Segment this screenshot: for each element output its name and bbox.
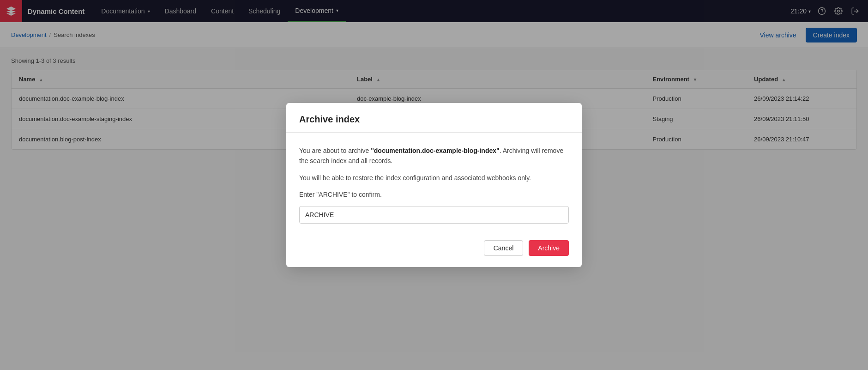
- modal-confirm-label: Enter "ARCHIVE" to confirm.: [299, 189, 569, 200]
- modal-header: Archive index: [286, 103, 582, 133]
- modal-footer: Cancel Archive: [286, 231, 582, 267]
- archive-modal: Archive index You are about to archive "…: [286, 103, 582, 267]
- archive-confirm-input[interactable]: [299, 206, 569, 224]
- modal-overlay[interactable]: Archive index You are about to archive "…: [0, 0, 868, 370]
- cancel-button[interactable]: Cancel: [484, 240, 524, 256]
- modal-description: You are about to archive "documentation.…: [299, 146, 569, 166]
- modal-body: You are about to archive "documentation.…: [286, 133, 582, 231]
- modal-index-name: "documentation.doc-example-blog-index": [371, 147, 500, 154]
- modal-title: Archive index: [299, 114, 569, 125]
- modal-restore-text: You will be able to restore the index co…: [299, 173, 569, 183]
- modal-desc-prefix: You are about to archive: [299, 147, 371, 154]
- archive-confirm-button[interactable]: Archive: [529, 240, 569, 256]
